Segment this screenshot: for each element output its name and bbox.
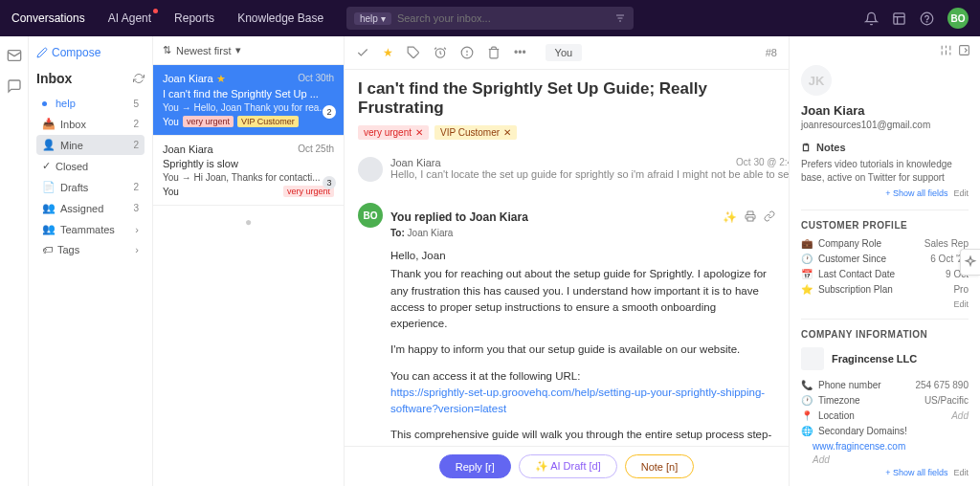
msg-date: Oct 30 @ 2:44 am (736, 157, 789, 168)
sidebar-tools (940, 44, 970, 56)
setup-guide-link[interactable]: https://sprightly-set-up.groovehq.com/he… (390, 387, 765, 414)
apps-icon[interactable] (892, 11, 906, 26)
folder-help[interactable]: help5 (36, 94, 145, 113)
profile-row: 💼Company RoleSales Rep (801, 238, 969, 249)
sort-label: Newest first (176, 45, 231, 56)
conversation-card[interactable]: Joan Kiara ★Oct 30th I can't find the Sp… (153, 65, 344, 136)
nav-reports[interactable]: Reports (174, 11, 214, 25)
folder-teammates[interactable]: 👥 Teammates› (36, 219, 145, 239)
show-all-link[interactable]: + Show all fields (885, 188, 947, 198)
folder-inbox-label: 📥 Inbox (42, 118, 86, 130)
search-bar[interactable]: help▾ (346, 7, 634, 30)
left-rail (0, 36, 29, 486)
list-sort[interactable]: ⇅Newest first▾ (153, 36, 344, 65)
clock-icon: 🕐 (801, 254, 813, 264)
tag-urgent[interactable]: very urgent ✕ (358, 125, 429, 140)
notes-label: Notes (816, 142, 846, 153)
nav-kb[interactable]: Knowledge Base (237, 11, 323, 25)
card-date: Oct 25th (298, 144, 334, 155)
note-button[interactable]: Note [n] (625, 454, 695, 478)
chevron-right-icon: › (135, 224, 139, 235)
folder-closed[interactable]: ✓ Closed (36, 156, 145, 176)
pencil-icon (36, 47, 48, 58)
reply-body: Hello, Joan Thank you for reaching out a… (390, 248, 775, 446)
folder-mine[interactable]: 👤 Mine2 (36, 135, 145, 155)
expand-icon[interactable] (958, 44, 970, 56)
svg-point-12 (467, 55, 468, 55)
folder-inbox[interactable]: 📥 Inbox2 (36, 114, 145, 134)
domain-link[interactable]: www.fragincense.com (813, 441, 969, 452)
company-field: 🌐Secondary Domains! (801, 426, 969, 436)
more-icon[interactable]: ••• (514, 46, 526, 59)
svg-point-6 (921, 12, 933, 25)
avatar-bo-icon: BO (358, 203, 383, 228)
nav-ai-agent[interactable]: AI Agent (108, 11, 151, 25)
subject: I can't find the Sprightly Set Up Guide;… (358, 79, 775, 118)
tag-vip[interactable]: VIP Customer ✕ (434, 125, 517, 140)
topbar: Conversations AI Agent Reports Knowledge… (0, 0, 980, 36)
star-icon: ⭐ (801, 284, 813, 295)
spam-icon[interactable] (460, 46, 474, 59)
search-tag[interactable]: help▾ (354, 12, 391, 25)
ai-draft-button[interactable]: ✨ AI Draft [d] (519, 454, 617, 478)
folder-mine-count: 2 (133, 140, 139, 150)
pin-icon: 📍 (801, 410, 813, 421)
folder-help-count: 5 (133, 99, 139, 109)
trash-icon[interactable] (487, 46, 501, 59)
company-row: Fragincense LLC (801, 347, 969, 370)
print-icon[interactable] (745, 210, 756, 224)
folder-assigned[interactable]: 👥 Assigned3 (36, 198, 145, 218)
clock-icon: 🕐 (801, 395, 813, 406)
company-name: Fragincense LLC (832, 353, 917, 364)
card-name: Joan Kiara ★ (163, 73, 226, 85)
tag-urgent: very urgent (183, 116, 234, 127)
show-all-link[interactable]: + Show all fields (885, 468, 947, 477)
sparkle-icon[interactable]: ✨ (723, 210, 737, 224)
folder-panel: Compose Inbox help5 📥 Inbox2 👤 Mine2 ✓ C… (29, 36, 153, 486)
nav-conversations[interactable]: Conversations (11, 11, 85, 25)
company-field: 🕐TimezoneUS/Pacific (801, 395, 969, 406)
chevron-down-icon: ▾ (381, 13, 386, 24)
collapsed-message[interactable]: Joan KiaraOct 30 @ 2:44 am Hello, I can'… (358, 151, 775, 188)
assignee-button[interactable]: You (546, 44, 583, 61)
edit-link[interactable]: Edit (953, 188, 969, 198)
star-icon: ★ (216, 73, 226, 84)
conversation-card[interactable]: Joan KiaraOct 25th Sprightly is slow You… (153, 136, 344, 206)
contact-email: joanresources101@gmail.com (801, 120, 969, 130)
star-icon[interactable]: ★ (383, 46, 393, 59)
inbox-heading: Inbox (36, 71, 145, 86)
link-icon[interactable] (764, 210, 775, 224)
edit-link[interactable]: Edit (953, 299, 969, 309)
folder-drafts-label: 📄 Drafts (42, 181, 88, 193)
folder-drafts[interactable]: 📄 Drafts2 (36, 177, 145, 197)
chat-icon[interactable] (7, 78, 22, 94)
ai-panel-toggle[interactable] (960, 249, 980, 276)
snooze-icon[interactable] (434, 46, 447, 59)
mail-icon[interactable] (7, 48, 22, 63)
reply-button[interactable]: Reply [r] (439, 454, 511, 478)
edit-link[interactable]: Edit (953, 468, 969, 477)
card-date: Oct 30th (298, 73, 334, 85)
add-link[interactable]: Add (951, 410, 969, 421)
check-icon[interactable] (356, 46, 369, 59)
folder-tags[interactable]: 🏷 Tags› (36, 240, 145, 259)
compose-button[interactable]: Compose (36, 46, 145, 59)
sliders-icon[interactable] (940, 44, 952, 56)
add-domain[interactable]: Add (813, 454, 969, 465)
bell-icon[interactable] (864, 11, 879, 26)
tag-icon[interactable] (407, 46, 420, 59)
phone-icon: 📞 (801, 380, 813, 390)
loading-dots: ● (153, 206, 344, 238)
svg-point-7 (926, 21, 927, 22)
detail-toolbar: ★ ••• You #8 (345, 36, 789, 70)
chevron-down-icon: ▾ (235, 44, 241, 56)
notes-section: 🗒Notes Prefers video tutorials in knowle… (801, 142, 969, 198)
search-input[interactable] (397, 12, 614, 24)
refresh-icon[interactable] (133, 73, 145, 84)
help-icon[interactable] (920, 11, 934, 26)
card-name: Joan Kiara (163, 144, 213, 155)
contact-sidebar: JK Joan Kiara joanresources101@gmail.com… (789, 36, 980, 486)
detail-body: I can't find the Sprightly Set Up Guide;… (345, 70, 789, 446)
user-avatar[interactable]: BO (947, 8, 969, 29)
filter-icon[interactable] (614, 12, 626, 24)
